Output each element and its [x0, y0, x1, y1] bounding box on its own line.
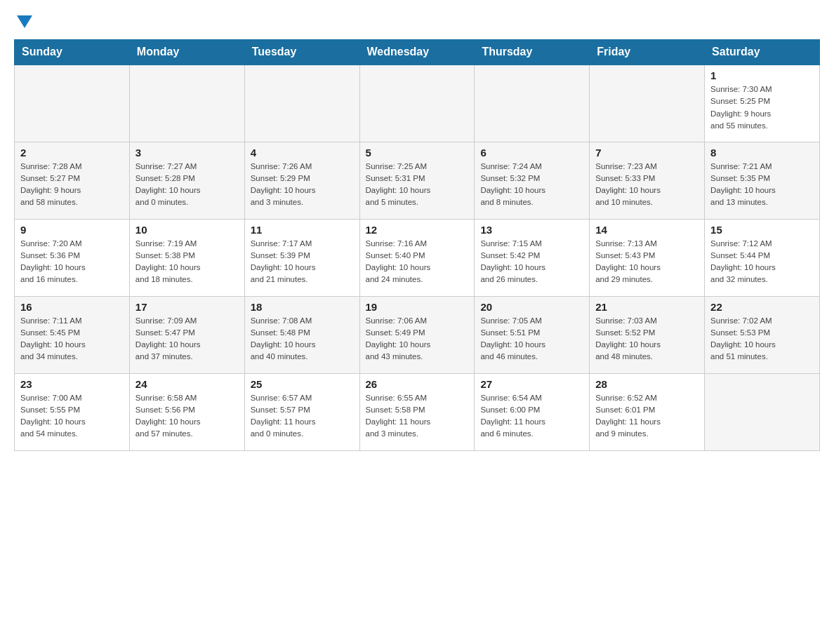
day-info: Sunrise: 7:06 AMSunset: 5:49 PMDaylight:…	[366, 315, 469, 363]
day-number: 22	[710, 301, 814, 313]
day-number: 12	[366, 224, 469, 236]
day-info: Sunrise: 7:23 AMSunset: 5:33 PMDaylight:…	[595, 161, 699, 209]
calendar-day-cell	[244, 65, 359, 142]
day-number: 19	[366, 301, 469, 313]
calendar-day-cell: 28Sunrise: 6:52 AMSunset: 6:01 PMDayligh…	[590, 373, 705, 450]
calendar-day-cell: 21Sunrise: 7:03 AMSunset: 5:52 PMDayligh…	[590, 296, 705, 373]
calendar-day-cell	[15, 65, 130, 142]
calendar-week-row: 23Sunrise: 7:00 AMSunset: 5:55 PMDayligh…	[15, 373, 820, 450]
day-number: 15	[710, 224, 814, 236]
day-info: Sunrise: 7:05 AMSunset: 5:51 PMDaylight:…	[480, 315, 583, 363]
calendar-day-cell: 17Sunrise: 7:09 AMSunset: 5:47 PMDayligh…	[129, 296, 244, 373]
day-number: 8	[710, 147, 814, 159]
day-number: 17	[135, 301, 239, 313]
day-info: Sunrise: 7:08 AMSunset: 5:48 PMDaylight:…	[251, 315, 354, 363]
day-info: Sunrise: 6:52 AMSunset: 6:01 PMDaylight:…	[595, 392, 699, 441]
day-number: 16	[20, 301, 124, 313]
calendar-day-cell: 25Sunrise: 6:57 AMSunset: 5:57 PMDayligh…	[244, 373, 359, 450]
day-number: 25	[251, 378, 354, 390]
day-number: 18	[251, 301, 354, 313]
calendar-day-cell: 11Sunrise: 7:17 AMSunset: 5:39 PMDayligh…	[244, 219, 359, 296]
calendar-header-friday: Friday	[590, 40, 705, 65]
day-info: Sunrise: 7:30 AMSunset: 5:25 PMDaylight:…	[710, 83, 814, 132]
calendar-header-tuesday: Tuesday	[244, 40, 359, 65]
day-info: Sunrise: 7:11 AMSunset: 5:45 PMDaylight:…	[20, 315, 124, 363]
calendar-header-saturday: Saturday	[705, 40, 820, 65]
calendar-header-monday: Monday	[129, 40, 244, 65]
calendar-week-row: 9Sunrise: 7:20 AMSunset: 5:36 PMDaylight…	[15, 219, 820, 296]
day-number: 10	[135, 224, 239, 236]
calendar-day-cell: 15Sunrise: 7:12 AMSunset: 5:44 PMDayligh…	[705, 219, 820, 296]
day-number: 23	[20, 378, 124, 390]
calendar-week-row: 1Sunrise: 7:30 AMSunset: 5:25 PMDaylight…	[15, 65, 820, 142]
calendar-day-cell: 20Sunrise: 7:05 AMSunset: 5:51 PMDayligh…	[475, 296, 590, 373]
calendar-day-cell: 16Sunrise: 7:11 AMSunset: 5:45 PMDayligh…	[15, 296, 130, 373]
day-info: Sunrise: 6:57 AMSunset: 5:57 PMDaylight:…	[251, 392, 354, 441]
calendar-day-cell	[129, 65, 244, 142]
day-info: Sunrise: 7:15 AMSunset: 5:42 PMDaylight:…	[480, 238, 583, 286]
calendar-day-cell: 13Sunrise: 7:15 AMSunset: 5:42 PMDayligh…	[475, 219, 590, 296]
day-number: 7	[595, 147, 699, 159]
day-number: 26	[366, 378, 469, 390]
calendar-day-cell: 2Sunrise: 7:28 AMSunset: 5:27 PMDaylight…	[15, 142, 130, 219]
day-number: 11	[251, 224, 354, 236]
calendar-day-cell: 26Sunrise: 6:55 AMSunset: 5:58 PMDayligh…	[359, 373, 475, 450]
day-info: Sunrise: 7:27 AMSunset: 5:28 PMDaylight:…	[135, 161, 239, 209]
calendar-table: SundayMondayTuesdayWednesdayThursdayFrid…	[14, 39, 820, 451]
logo	[14, 14, 32, 28]
calendar-day-cell: 9Sunrise: 7:20 AMSunset: 5:36 PMDaylight…	[15, 219, 130, 296]
calendar-header-wednesday: Wednesday	[359, 40, 475, 65]
calendar-day-cell: 19Sunrise: 7:06 AMSunset: 5:49 PMDayligh…	[359, 296, 475, 373]
calendar-day-cell: 22Sunrise: 7:02 AMSunset: 5:53 PMDayligh…	[705, 296, 820, 373]
day-number: 1	[710, 69, 814, 81]
day-info: Sunrise: 7:00 AMSunset: 5:55 PMDaylight:…	[20, 392, 124, 441]
calendar-day-cell: 5Sunrise: 7:25 AMSunset: 5:31 PMDaylight…	[359, 142, 475, 219]
day-info: Sunrise: 7:13 AMSunset: 5:43 PMDaylight:…	[595, 238, 699, 286]
day-number: 2	[20, 147, 124, 159]
day-info: Sunrise: 6:58 AMSunset: 5:56 PMDaylight:…	[135, 392, 239, 441]
day-number: 21	[595, 301, 699, 313]
day-info: Sunrise: 7:24 AMSunset: 5:32 PMDaylight:…	[480, 161, 583, 209]
day-number: 24	[135, 378, 239, 390]
day-info: Sunrise: 6:55 AMSunset: 5:58 PMDaylight:…	[366, 392, 469, 441]
calendar-day-cell	[475, 65, 590, 142]
day-info: Sunrise: 7:12 AMSunset: 5:44 PMDaylight:…	[710, 238, 814, 286]
day-info: Sunrise: 7:21 AMSunset: 5:35 PMDaylight:…	[710, 161, 814, 209]
calendar-day-cell: 27Sunrise: 6:54 AMSunset: 6:00 PMDayligh…	[475, 373, 590, 450]
day-info: Sunrise: 7:02 AMSunset: 5:53 PMDaylight:…	[710, 315, 814, 363]
page-header	[14, 14, 820, 28]
day-number: 3	[135, 147, 239, 159]
day-info: Sunrise: 7:17 AMSunset: 5:39 PMDaylight:…	[251, 238, 354, 286]
calendar-day-cell: 14Sunrise: 7:13 AMSunset: 5:43 PMDayligh…	[590, 219, 705, 296]
day-info: Sunrise: 7:09 AMSunset: 5:47 PMDaylight:…	[135, 315, 239, 363]
day-number: 4	[251, 147, 354, 159]
calendar-day-cell	[705, 373, 820, 450]
calendar-day-cell: 23Sunrise: 7:00 AMSunset: 5:55 PMDayligh…	[15, 373, 130, 450]
day-info: Sunrise: 7:28 AMSunset: 5:27 PMDaylight:…	[20, 161, 124, 209]
day-info: Sunrise: 7:19 AMSunset: 5:38 PMDaylight:…	[135, 238, 239, 286]
day-number: 5	[366, 147, 469, 159]
calendar-day-cell	[359, 65, 475, 142]
day-info: Sunrise: 7:16 AMSunset: 5:40 PMDaylight:…	[366, 238, 469, 286]
calendar-day-cell	[590, 65, 705, 142]
logo-triangle-icon	[17, 15, 32, 28]
day-info: Sunrise: 7:03 AMSunset: 5:52 PMDaylight:…	[595, 315, 699, 363]
calendar-day-cell: 3Sunrise: 7:27 AMSunset: 5:28 PMDaylight…	[129, 142, 244, 219]
day-number: 27	[480, 378, 583, 390]
calendar-day-cell: 6Sunrise: 7:24 AMSunset: 5:32 PMDaylight…	[475, 142, 590, 219]
calendar-day-cell: 7Sunrise: 7:23 AMSunset: 5:33 PMDaylight…	[590, 142, 705, 219]
calendar-day-cell: 12Sunrise: 7:16 AMSunset: 5:40 PMDayligh…	[359, 219, 475, 296]
calendar-day-cell: 8Sunrise: 7:21 AMSunset: 5:35 PMDaylight…	[705, 142, 820, 219]
day-info: Sunrise: 7:25 AMSunset: 5:31 PMDaylight:…	[366, 161, 469, 209]
calendar-day-cell: 4Sunrise: 7:26 AMSunset: 5:29 PMDaylight…	[244, 142, 359, 219]
svg-marker-0	[17, 15, 32, 28]
calendar-header-row: SundayMondayTuesdayWednesdayThursdayFrid…	[15, 40, 820, 65]
day-info: Sunrise: 7:26 AMSunset: 5:29 PMDaylight:…	[251, 161, 354, 209]
calendar-week-row: 2Sunrise: 7:28 AMSunset: 5:27 PMDaylight…	[15, 142, 820, 219]
calendar-day-cell: 24Sunrise: 6:58 AMSunset: 5:56 PMDayligh…	[129, 373, 244, 450]
calendar-header-sunday: Sunday	[15, 40, 130, 65]
calendar-day-cell: 10Sunrise: 7:19 AMSunset: 5:38 PMDayligh…	[129, 219, 244, 296]
day-number: 6	[480, 147, 583, 159]
day-info: Sunrise: 7:20 AMSunset: 5:36 PMDaylight:…	[20, 238, 124, 286]
calendar-week-row: 16Sunrise: 7:11 AMSunset: 5:45 PMDayligh…	[15, 296, 820, 373]
